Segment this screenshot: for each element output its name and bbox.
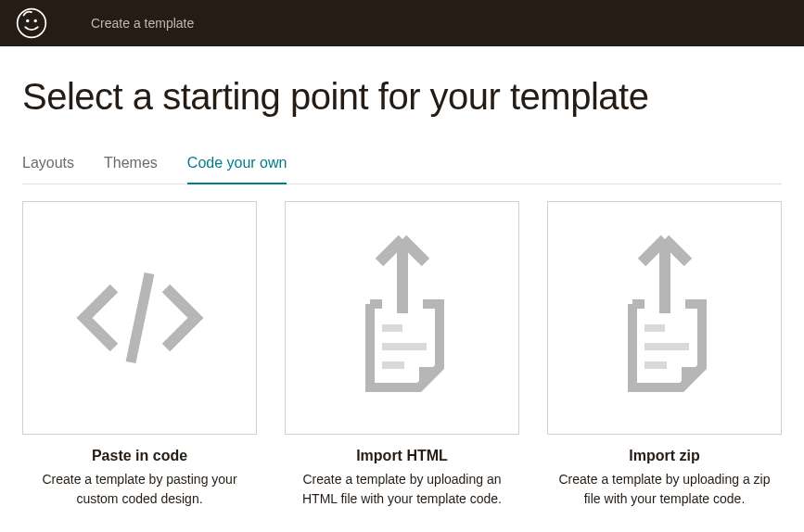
tabs: Layouts Themes Code your own xyxy=(22,155,782,184)
cards-row: Paste in code Create a template by pasti… xyxy=(22,201,782,509)
card-import-html-box xyxy=(285,201,519,435)
svg-rect-4 xyxy=(382,324,402,332)
tab-themes[interactable]: Themes xyxy=(104,155,158,184)
svg-rect-7 xyxy=(644,324,665,332)
topbar: Create a template xyxy=(0,0,804,46)
card-paste-in-code-box xyxy=(22,201,257,435)
svg-rect-5 xyxy=(382,343,427,350)
upload-file-icon xyxy=(319,221,486,415)
page-title: Select a starting point for your templat… xyxy=(22,76,782,118)
card-import-zip-title: Import zip xyxy=(547,448,782,464)
svg-point-0 xyxy=(18,9,46,38)
svg-rect-6 xyxy=(382,361,404,369)
svg-point-2 xyxy=(34,19,37,22)
card-paste-title: Paste in code xyxy=(22,448,257,464)
card-paste-desc: Create a template by pasting your custom… xyxy=(22,470,257,509)
code-brackets-icon xyxy=(57,234,223,401)
card-import-zip-box xyxy=(547,201,782,435)
card-import-html-title: Import HTML xyxy=(285,448,519,464)
tab-layouts[interactable]: Layouts xyxy=(22,155,74,184)
svg-rect-8 xyxy=(644,343,689,350)
upload-file-icon xyxy=(581,221,748,415)
svg-point-1 xyxy=(26,19,29,22)
card-paste-in-code[interactable]: Paste in code Create a template by pasti… xyxy=(22,201,257,509)
card-import-zip[interactable]: Import zip Create a template by uploadin… xyxy=(547,201,782,509)
main-container: Select a starting point for your templat… xyxy=(0,46,804,532)
svg-rect-9 xyxy=(644,361,667,369)
tab-code-your-own[interactable]: Code your own xyxy=(187,155,287,184)
card-import-html[interactable]: Import HTML Create a template by uploadi… xyxy=(285,201,519,509)
card-import-zip-desc: Create a template by uploading a zip fil… xyxy=(547,470,782,509)
mailchimp-logo-icon[interactable] xyxy=(15,6,48,40)
card-import-html-desc: Create a template by uploading an HTML f… xyxy=(285,470,519,509)
topbar-title: Create a template xyxy=(91,16,194,31)
svg-line-3 xyxy=(131,273,149,362)
